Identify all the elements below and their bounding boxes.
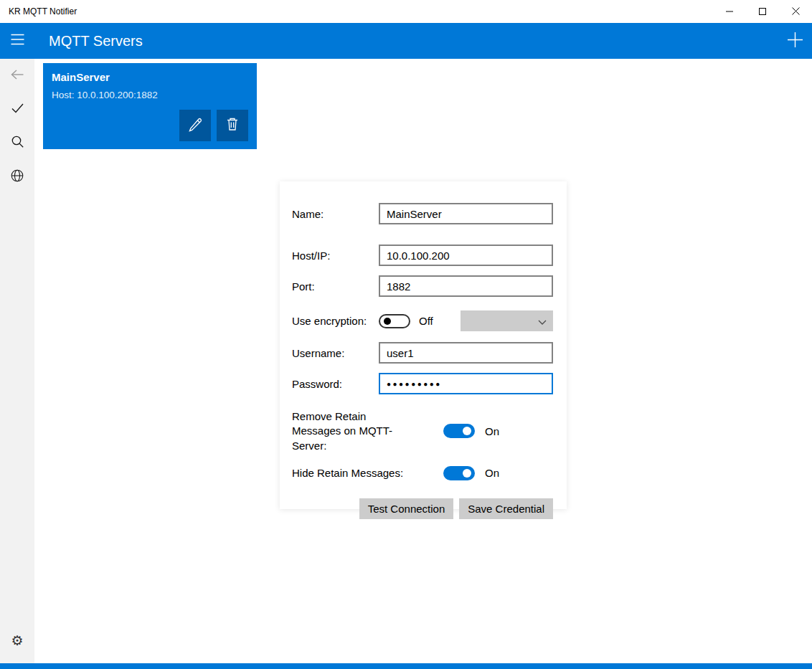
close-button[interactable] <box>779 0 812 23</box>
hamburger-menu-button[interactable] <box>0 23 34 59</box>
hide-retain-label: Hide Retain Messages: <box>292 466 443 480</box>
remove-retain-label: Remove Retain Messages on MQTT-Server: <box>292 409 443 453</box>
toggle-knob <box>384 318 391 325</box>
bottom-accent-bar <box>0 663 812 669</box>
encryption-label: Use encryption: <box>292 315 379 327</box>
minimize-icon <box>726 5 733 18</box>
test-connection-button[interactable]: Test Connection <box>359 498 454 519</box>
username-row: Username: <box>292 342 553 364</box>
web-button[interactable] <box>0 160 34 194</box>
name-row: Name: <box>292 203 553 224</box>
add-server-button[interactable] <box>778 23 812 59</box>
check-icon <box>11 103 24 116</box>
maximize-button[interactable] <box>746 0 779 23</box>
host-label: Host/IP: <box>292 250 379 262</box>
password-input[interactable] <box>379 373 553 394</box>
close-icon <box>792 5 800 18</box>
toggle-knob <box>463 469 471 478</box>
password-row: Password: <box>292 373 553 394</box>
edit-server-button[interactable] <box>179 110 211 141</box>
delete-server-button[interactable] <box>217 110 248 141</box>
search-icon <box>11 136 24 151</box>
page-title: MQTT Servers <box>49 33 143 49</box>
port-input[interactable] <box>379 275 553 297</box>
remove-retain-row: Remove Retain Messages on MQTT-Server: O… <box>292 409 553 453</box>
hamburger-icon <box>11 34 24 48</box>
server-edit-form: Name: Host/IP: Port: Use encryption: Off… <box>280 181 567 509</box>
port-row: Port: <box>292 275 553 297</box>
server-card-name: MainServer <box>52 71 248 83</box>
toggle-knob <box>463 427 471 435</box>
host-input[interactable] <box>379 245 553 266</box>
name-label: Name: <box>292 208 379 220</box>
encryption-row: Use encryption: Off <box>292 310 553 331</box>
username-label: Username: <box>292 347 379 359</box>
encryption-type-dropdown[interactable] <box>461 310 553 331</box>
gear-icon: ⚙ <box>11 634 23 647</box>
title-bar: KR MQTT Notifier <box>0 0 812 23</box>
sidebar: ⚙ <box>0 59 34 663</box>
remove-retain-toggle[interactable] <box>443 424 475 438</box>
hide-retain-toggle[interactable] <box>443 466 475 480</box>
host-row: Host/IP: <box>292 245 553 266</box>
password-label: Password: <box>292 378 379 390</box>
remove-retain-state: On <box>485 425 499 437</box>
back-button[interactable] <box>0 59 34 92</box>
username-input[interactable] <box>379 342 553 364</box>
confirm-button[interactable] <box>0 92 34 126</box>
server-card-host: Host: 10.0.100.200:1882 <box>52 90 248 100</box>
name-input[interactable] <box>379 203 553 224</box>
encryption-toggle[interactable] <box>379 314 410 328</box>
server-card-actions <box>179 110 248 141</box>
trash-icon <box>225 116 240 135</box>
port-label: Port: <box>292 280 379 293</box>
maximize-icon <box>759 5 766 18</box>
settings-button[interactable]: ⚙ <box>0 624 34 658</box>
hide-retain-state: On <box>485 467 499 479</box>
plus-icon <box>787 32 803 51</box>
search-button[interactable] <box>0 126 34 160</box>
app-header: MQTT Servers <box>0 23 812 59</box>
window-title: KR MQTT Notifier <box>0 6 713 16</box>
minimize-button[interactable] <box>713 0 746 23</box>
globe-icon <box>11 169 24 185</box>
form-buttons-row: Test Connection Save Credential <box>292 498 553 519</box>
encryption-state: Off <box>419 315 433 327</box>
save-credential-button[interactable]: Save Credential <box>459 498 553 519</box>
hide-retain-row: Hide Retain Messages: On <box>292 466 553 480</box>
main-content: MainServer Host: 10.0.100.200:1882 <box>34 59 812 663</box>
pencil-icon <box>187 116 203 135</box>
server-card[interactable]: MainServer Host: 10.0.100.200:1882 <box>43 63 257 149</box>
chevron-down-icon <box>538 315 547 328</box>
back-arrow-icon <box>11 70 24 82</box>
